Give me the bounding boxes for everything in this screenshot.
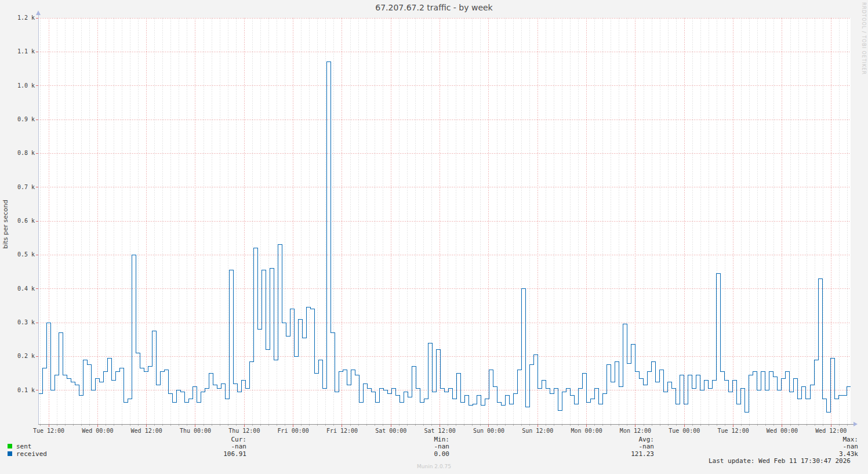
y-tick-label: 1.1 k: [5, 48, 35, 55]
received-swatch: [8, 451, 12, 456]
x-tick-label: Tue 00:00: [658, 428, 710, 434]
traffic-chart: [38, 18, 851, 424]
x-tick-label: Fri 00:00: [267, 428, 319, 434]
sent-label: sent: [16, 443, 32, 450]
x-tick-label: Sat 12:00: [414, 428, 466, 434]
x-tick-label: Tue 12:00: [23, 428, 75, 434]
y-tick-label: 0.9 k: [5, 116, 35, 122]
x-tick-label: Mon 00:00: [561, 428, 613, 434]
x-tick-label: Thu 12:00: [218, 428, 270, 434]
munin-version: Munin 2.0.75: [0, 464, 868, 469]
x-tick-label: Fri 12:00: [316, 428, 368, 434]
y-tick-label: 0.3 k: [5, 319, 35, 325]
x-tick-label: Tue 12:00: [707, 428, 760, 434]
sent-avg: -nan: [596, 443, 654, 450]
traffic-chart-plot-area: [38, 18, 851, 424]
received-min: 0.00: [391, 450, 449, 458]
y-tick-label: 0.4 k: [5, 285, 35, 292]
y-tick-label: 0.6 k: [5, 218, 35, 224]
y-tick-label: 0.8 k: [5, 150, 35, 156]
x-tick-label: Wed 00:00: [71, 428, 124, 434]
received-label: received: [16, 450, 47, 458]
x-tick-label: Sun 00:00: [463, 428, 515, 434]
y-tick-label: 1.0 k: [5, 82, 35, 89]
x-tick-label: Wed 12:00: [121, 428, 173, 434]
y-tick-label: 0.1 k: [5, 387, 35, 393]
y-tick-label: 1.2 k: [5, 15, 35, 21]
x-tick-label: Mon 12:00: [609, 428, 662, 434]
sent-swatch: [8, 444, 12, 448]
sent-min: -nan: [391, 443, 449, 450]
sent-max: -nan: [800, 443, 858, 450]
rrdtool-watermark: RRDTOOL / TOBI OETIKER: [861, 2, 866, 75]
x-tick-label: Sat 00:00: [365, 428, 417, 434]
x-tick-label: Wed 12:00: [805, 428, 857, 434]
y-tick-label: 0.7 k: [5, 184, 35, 190]
received-cur: 106.91: [188, 450, 246, 458]
sent-cur: -nan: [188, 443, 246, 450]
x-tick-label: Thu 00:00: [169, 428, 221, 434]
y-tick-label: 0.5 k: [5, 251, 35, 258]
x-tick-label: Wed 00:00: [756, 428, 808, 434]
y-tick-label: 0.2 k: [5, 353, 35, 359]
page-title: 67.207.67.2 traffic - by week: [0, 3, 868, 12]
y-axis-title: bits per second: [2, 193, 9, 256]
x-tick-label: Sun 12:00: [511, 428, 564, 434]
